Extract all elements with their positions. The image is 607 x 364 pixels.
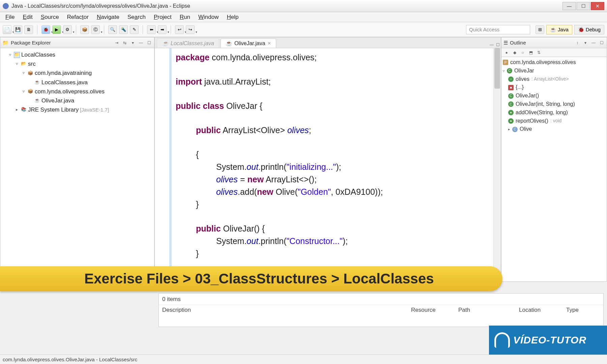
view-menu-icon[interactable]: ▾ — [130, 40, 136, 46]
nav-back-button[interactable]: ⬅ — [147, 25, 156, 34]
src-folder-node[interactable]: ▿📂src — [2, 59, 153, 68]
maximize-button[interactable]: ☐ — [577, 2, 590, 10]
col-resource[interactable]: Resource — [408, 307, 455, 313]
open-type-button[interactable]: 🔍 — [108, 25, 117, 34]
editor-tab-active[interactable]: ☕ OliveJar.java ✕ — [221, 38, 276, 48]
jre-library-node[interactable]: ▸📚JRE System Library [JavaSE-1.7] — [2, 105, 153, 114]
status-bar: com.lynda.olivepress.olives.OliveJar.jav… — [0, 355, 607, 364]
outline-constructor-2[interactable]: COliveJar(int, String, long) — [503, 100, 605, 109]
menu-source[interactable]: Source — [37, 12, 62, 22]
menu-refactor[interactable]: Refactor — [64, 12, 92, 22]
menubar: FFileile Edit Source Refactor Navigate S… — [0, 12, 607, 22]
menu-run[interactable]: Run — [176, 12, 194, 22]
editor-scrollbar[interactable] — [493, 48, 501, 281]
close-tab-icon[interactable]: ✕ — [267, 41, 271, 46]
main-toolbar: 📄 💾 🗎 🐞 ▶ ⚙ 📦 Ⓒ 🔍 🔦 ✎ ⬅ ➡ ↩ ↪ Quick Acce… — [0, 22, 607, 37]
problems-columns: Description Resource Path Location Type — [159, 305, 603, 315]
filter-public-icon[interactable]: ○ — [520, 50, 526, 56]
menu-file[interactable]: FFileile — [2, 12, 18, 22]
external-tools-button[interactable]: ⚙ — [63, 25, 72, 34]
outline-nested-class[interactable]: ▸COlive — [503, 125, 605, 133]
new-button[interactable]: 📄 — [3, 25, 11, 34]
new-class-button[interactable]: Ⓒ — [91, 25, 100, 34]
outline-initializer[interactable]: ■{...} — [503, 83, 605, 92]
menu-navigate[interactable]: Navigate — [93, 12, 123, 22]
editor-maximize-icon[interactable]: ☐ — [495, 42, 501, 48]
filter-local-icon[interactable]: ⬒ — [528, 50, 534, 56]
filter-static-icon[interactable]: ◆ — [512, 50, 518, 56]
eclipse-icon — [3, 3, 9, 9]
debug-button[interactable]: 🐞 — [41, 25, 50, 34]
project-node[interactable]: ▿📁LocalClasses — [2, 50, 153, 59]
code-content[interactable]: package com.lynda.olivepress.olives; imp… — [170, 48, 493, 281]
package-node-1[interactable]: ▿📦com.lynda.javatraining — [2, 68, 153, 78]
search-button[interactable]: 🔦 — [119, 25, 128, 34]
save-button[interactable]: 💾 — [13, 25, 22, 34]
last-edit-button[interactable]: ↩ — [175, 25, 184, 34]
outline-menu-icon[interactable]: ▾ — [582, 40, 588, 46]
watermark-text: VÍDEO-TUTOR — [513, 334, 586, 346]
folder-icon: 📁 — [2, 40, 9, 46]
nav-forward-button[interactable]: ➡ — [158, 25, 167, 34]
new-package-button[interactable]: 📦 — [80, 25, 89, 34]
close-button[interactable]: ✕ — [591, 2, 604, 10]
lock-icon — [494, 332, 510, 348]
outline-class[interactable]: ▿COliveJar — [503, 67, 605, 75]
editor-panel: ☕ LocalClasses.java ☕ OliveJar.java ✕ — … — [154, 37, 501, 282]
menu-search[interactable]: Search — [124, 12, 149, 22]
outline-method-1[interactable]: ●addOlive(String, long) — [503, 109, 605, 117]
col-path[interactable]: Path — [455, 307, 516, 313]
filter-sort-icon[interactable]: ⇅ — [536, 50, 542, 56]
package-explorer-title: Package Explorer — [11, 40, 51, 46]
editor-tabs: ☕ LocalClasses.java ☕ OliveJar.java ✕ — … — [155, 37, 501, 48]
outline-min-icon[interactable]: — — [590, 40, 597, 46]
problems-count: 0 items — [159, 294, 603, 305]
tutorial-banner: Exercise Files > 03_ClassStructures > Lo… — [0, 266, 607, 291]
java-file-node-1[interactable]: ☕LocalClasses.java — [2, 78, 153, 87]
outline-constructor-1[interactable]: COliveJar() — [503, 92, 605, 100]
window-titlebar: Java - LocalClasses/src/com/lynda/olivep… — [0, 0, 607, 12]
minimize-view-icon[interactable]: — — [138, 40, 144, 46]
col-description[interactable]: Description — [159, 307, 408, 313]
perspective-debug[interactable]: 🐞 Debug — [574, 25, 604, 34]
link-editor-icon[interactable]: ⇆ — [122, 40, 128, 46]
change-marker — [170, 48, 172, 281]
outline-title: Outline — [510, 40, 526, 46]
open-perspective-button[interactable]: ⊞ — [536, 25, 544, 34]
quick-access-input[interactable]: Quick Access — [466, 25, 530, 34]
code-editor[interactable]: package com.lynda.olivepress.olives; imp… — [155, 48, 501, 281]
java-file-node-2[interactable]: ☕OliveJar.java — [2, 96, 153, 105]
menu-edit[interactable]: Edit — [19, 12, 36, 22]
status-text: com.lynda.olivepress.olives.OliveJar.jav… — [3, 357, 137, 362]
menu-window[interactable]: Window — [195, 12, 222, 22]
toggle-mark-button[interactable]: ✎ — [130, 25, 139, 34]
package-node-2[interactable]: ▿📦com.lynda.olivepress.olives — [2, 87, 153, 96]
editor-tab-inactive[interactable]: ☕ LocalClasses.java — [157, 38, 219, 48]
minimize-button[interactable]: — — [562, 2, 576, 10]
perspective-java[interactable]: ☕ Java — [546, 25, 572, 34]
window-title: Java - LocalClasses/src/com/lynda/olivep… — [11, 3, 190, 9]
next-annotation-button[interactable]: ↪ — [186, 25, 195, 34]
problems-panel: 0 items Description Resource Path Locati… — [158, 293, 604, 327]
outline-sort-icon[interactable]: ↕ — [574, 40, 580, 46]
col-location[interactable]: Location — [516, 307, 563, 313]
filter-fields-icon[interactable]: ● — [503, 50, 510, 56]
banner-text: Exercise Files > 03_ClassStructures > Lo… — [84, 271, 434, 287]
menu-help[interactable]: Help — [223, 12, 242, 22]
outline-max-icon[interactable]: ☐ — [599, 40, 605, 46]
outline-panel: ☰ Outline ↕ ▾ — ☐ ● ◆ ○ ⬒ ⇅ Pcom.lynda.o… — [501, 37, 607, 282]
outline-package[interactable]: Pcom.lynda.olivepress.olives — [503, 58, 605, 67]
editor-minimize-icon[interactable]: — — [489, 42, 495, 48]
editor-gutter — [155, 48, 170, 281]
menu-project[interactable]: Project — [150, 12, 175, 22]
package-tree: ▿📁LocalClasses ▿📂src ▿📦com.lynda.javatra… — [0, 48, 154, 281]
run-button[interactable]: ▶ — [52, 25, 61, 34]
maximize-view-icon[interactable]: ☐ — [146, 40, 152, 46]
outline-field[interactable]: ○olives: ArrayList<Olive> — [503, 75, 605, 84]
col-type[interactable]: Type — [563, 307, 603, 313]
outline-icon: ☰ — [503, 40, 508, 46]
save-all-button[interactable]: 🗎 — [24, 25, 33, 34]
outline-method-2[interactable]: ●reportOlives(): void — [503, 117, 605, 125]
package-explorer-panel: 📁 Package Explorer ⇥ ⇆ ▾ — ☐ ▿📁LocalClas… — [0, 37, 154, 282]
collapse-all-icon[interactable]: ⇥ — [114, 40, 120, 46]
